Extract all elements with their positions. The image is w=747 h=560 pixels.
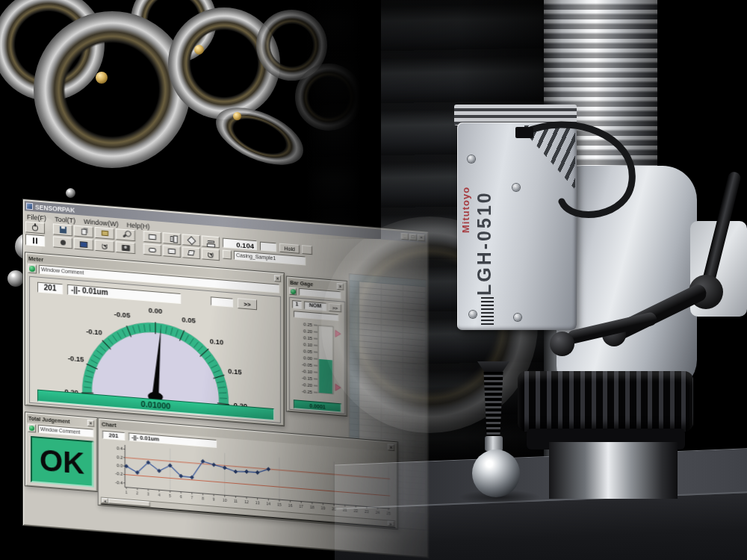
counter-value: 0.104 <box>223 238 257 251</box>
svg-text:-0.2: -0.2 <box>115 471 123 476</box>
save-button[interactable] <box>53 223 72 236</box>
svg-text:0.05: 0.05 <box>303 349 312 354</box>
svg-text:5: 5 <box>169 494 171 498</box>
bar-gage-channel-box[interactable]: 1 <box>292 300 302 309</box>
bar-gage-expand-button[interactable]: >> <box>329 303 341 312</box>
close-icon[interactable]: × <box>87 420 94 427</box>
menu-file[interactable]: File(F) <box>27 213 46 222</box>
sample-icon-button[interactable] <box>223 250 232 260</box>
judgement-title: Total Judgement <box>28 416 69 424</box>
svg-text:19: 19 <box>321 505 326 510</box>
record-icon <box>61 240 66 246</box>
record-button[interactable] <box>53 236 72 249</box>
meter-expand-button[interactable]: >> <box>238 298 257 310</box>
menu-tool[interactable]: Tool(T) <box>55 215 75 224</box>
display-button[interactable] <box>74 238 93 251</box>
layout-button-4[interactable] <box>202 235 220 248</box>
open-button[interactable] <box>95 227 114 240</box>
close-icon[interactable]: × <box>337 283 344 290</box>
svg-text:0.2: 0.2 <box>117 455 123 460</box>
svg-text:0.20: 0.20 <box>303 329 312 334</box>
svg-text:16: 16 <box>288 503 293 508</box>
device-barcode <box>481 297 494 327</box>
pause-icon <box>32 237 38 244</box>
svg-text:20: 20 <box>332 507 336 511</box>
judgement-result-box: OK <box>31 436 93 488</box>
maximize-button[interactable]: □ <box>409 234 417 241</box>
chart-title: Chart <box>102 421 117 429</box>
close-icon[interactable]: × <box>274 275 281 282</box>
judgement-lamp-button[interactable] <box>289 287 297 296</box>
close-icon[interactable]: × <box>388 444 394 451</box>
cage-ball <box>194 45 204 55</box>
monitor-icon <box>80 241 87 248</box>
green-lamp-icon <box>29 266 35 273</box>
svg-text:24: 24 <box>376 510 380 514</box>
power-button[interactable] <box>25 221 45 234</box>
folder-icon <box>102 230 108 236</box>
judgement-lamp-button[interactable] <box>28 424 36 433</box>
svg-text:18: 18 <box>310 505 314 509</box>
svg-text:3: 3 <box>147 492 149 497</box>
bar-gage-mode-box[interactable]: NOM <box>304 301 326 311</box>
minimize-button[interactable]: _ <box>401 233 409 240</box>
meter-display-area: 201 -||- 0.01um >> -0.20-0.15-0.10-0.050… <box>29 276 281 423</box>
bar-gage-value-box: 0.0001 <box>294 399 341 412</box>
tools-button[interactable] <box>116 228 135 241</box>
clamp-lever-knob <box>550 332 574 356</box>
close-button[interactable]: × <box>418 234 425 242</box>
svg-text:0.00: 0.00 <box>303 355 312 361</box>
capture-button[interactable] <box>116 241 135 254</box>
hold-button[interactable]: Hold <box>279 243 300 254</box>
svg-text:13: 13 <box>255 500 260 505</box>
green-lamp-icon <box>291 288 296 294</box>
svg-text:-0.20: -0.20 <box>302 382 312 388</box>
svg-text:-0.15: -0.15 <box>302 376 312 381</box>
svg-text:21: 21 <box>343 508 347 512</box>
layout-button-2[interactable] <box>163 232 181 245</box>
layout-button-1[interactable] <box>143 231 161 243</box>
total-judgement-panel: Total Judgement × Window Comment OK <box>25 411 98 492</box>
svg-text:25: 25 <box>386 511 391 515</box>
svg-text:12: 12 <box>244 500 249 504</box>
layout-button-5[interactable] <box>143 243 161 256</box>
menu-help[interactable]: Help(H) <box>127 221 150 230</box>
power-icon <box>32 225 38 231</box>
layout-button-3[interactable] <box>182 234 200 246</box>
svg-text:0.25: 0.25 <box>303 322 312 327</box>
bar-gage-panel: Bar Gage × 1 NOM >> 0.250.200.150.100.05… <box>286 276 347 417</box>
layout-button-8[interactable] <box>202 248 220 261</box>
svg-text:7: 7 <box>191 495 193 500</box>
svg-text:14: 14 <box>266 501 270 505</box>
app-icon <box>26 202 33 210</box>
cage-ball <box>96 72 108 84</box>
svg-text:-0.05: -0.05 <box>302 362 312 367</box>
pause-button[interactable] <box>25 234 45 246</box>
meter-panel-title: Meter <box>28 255 43 264</box>
meter-channel-box[interactable]: 201 <box>37 282 63 295</box>
copy-button[interactable] <box>74 225 93 238</box>
window-layout-icon <box>168 249 176 255</box>
layout-button-6[interactable] <box>163 245 181 258</box>
screw <box>514 314 521 321</box>
scroll-left-icon[interactable]: ◄ <box>102 498 108 504</box>
svg-text:8: 8 <box>202 497 204 501</box>
layout-button-7[interactable] <box>182 246 200 259</box>
judgement-lamp-button[interactable] <box>28 264 37 274</box>
camera-icon <box>122 244 130 251</box>
scroll-right-icon[interactable]: ► <box>388 520 394 526</box>
svg-text:-0.05: -0.05 <box>114 310 131 320</box>
undo-icon <box>102 243 108 249</box>
aux-button[interactable] <box>302 245 312 255</box>
svg-text:0.15: 0.15 <box>228 367 242 376</box>
svg-text:0.00: 0.00 <box>149 306 162 315</box>
meter-aux-box[interactable] <box>211 296 233 307</box>
svg-text:0.10: 0.10 <box>303 342 312 347</box>
svg-text:-0.10: -0.10 <box>302 369 312 374</box>
reset-button[interactable] <box>95 240 114 252</box>
svg-text:11: 11 <box>234 499 238 503</box>
window-layout-icon <box>170 235 173 241</box>
svg-text:-0.15: -0.15 <box>68 354 84 364</box>
window-layout-icon <box>149 247 156 252</box>
sensor-cable <box>448 90 672 239</box>
